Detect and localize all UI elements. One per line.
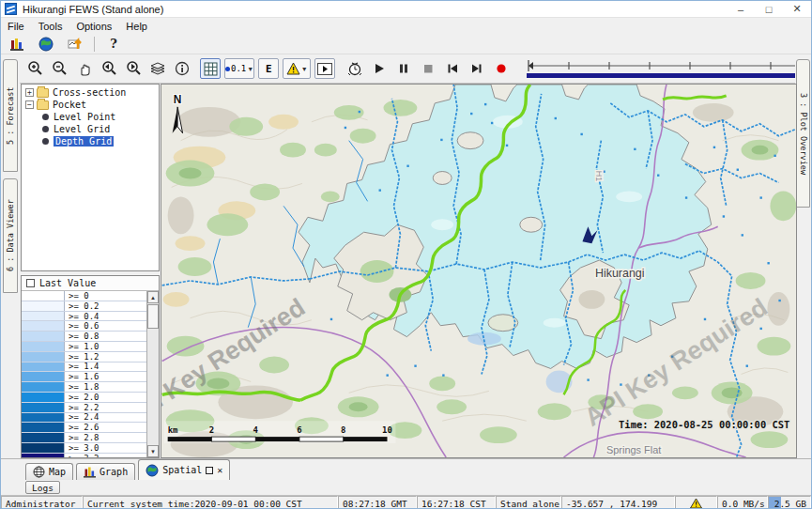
warning-icon[interactable]: ▼ bbox=[283, 58, 311, 79]
grid-icon[interactable] bbox=[200, 58, 221, 79]
info-icon[interactable] bbox=[172, 58, 192, 79]
tree-item[interactable]: Level Point bbox=[22, 111, 159, 123]
tree-item[interactable]: Level Grid bbox=[22, 123, 159, 135]
status-system-time: Current system time:2020-09-01 00:00 CST bbox=[83, 496, 338, 509]
logs-button[interactable]: Logs bbox=[25, 481, 60, 494]
play-icon[interactable] bbox=[369, 58, 390, 79]
spatial-display-icon[interactable] bbox=[65, 34, 85, 54]
record-icon[interactable] bbox=[491, 58, 512, 79]
animation-clock-icon[interactable] bbox=[345, 58, 365, 79]
threshold-dropdown[interactable]: 0.1 ▼ bbox=[224, 58, 254, 79]
legend-color-swatch bbox=[22, 433, 65, 442]
svg-text:10: 10 bbox=[382, 425, 392, 435]
pan-icon[interactable] bbox=[74, 58, 95, 79]
scroll-up-icon[interactable]: ▲ bbox=[147, 291, 159, 303]
zoom-next-icon[interactable] bbox=[123, 58, 144, 79]
legend-color-swatch bbox=[22, 291, 65, 301]
collapse-toggle-icon[interactable]: − bbox=[25, 100, 34, 109]
tree-item[interactable]: −Pocket bbox=[22, 99, 159, 111]
help-icon[interactable]: ? bbox=[103, 34, 124, 54]
legend-row[interactable]: >= 3.0 bbox=[22, 443, 146, 454]
legend-row[interactable]: >= 0.8 bbox=[22, 332, 146, 342]
step-forward-icon[interactable] bbox=[467, 58, 487, 79]
layer-tree: +Cross-section−PocketLevel PointLevel Gr… bbox=[21, 84, 160, 271]
tab-plot-overview[interactable]: 3 : Plot Overview bbox=[796, 59, 810, 208]
point-dot-icon bbox=[225, 67, 230, 71]
map-view[interactable]: API Key Required API Key Required Hikura… bbox=[161, 84, 797, 458]
title-bar: Hikurangi FEWS (Stand alone) – □ ✕ bbox=[1, 1, 811, 18]
legend-color-swatch bbox=[22, 342, 65, 351]
legend-panel: Last Value >= 0>= 0.2>= 0.4>= 0.6>= 0.8>… bbox=[21, 275, 160, 458]
legend-row-label: >= 0.8 bbox=[65, 332, 100, 341]
tree-item-label: Cross-section bbox=[53, 87, 126, 98]
tree-item[interactable]: +Cross-section bbox=[22, 86, 159, 99]
minimize-button[interactable]: – bbox=[727, 1, 755, 17]
menu-options[interactable]: Options bbox=[76, 21, 112, 32]
label-icon[interactable]: E bbox=[258, 58, 279, 79]
charts-icon[interactable] bbox=[7, 34, 27, 54]
stop-icon[interactable] bbox=[418, 58, 438, 79]
tab-forecast[interactable]: 5 : Forecast bbox=[3, 59, 18, 172]
legend-row[interactable]: >= 0.4 bbox=[22, 312, 146, 322]
zoom-in-icon[interactable] bbox=[25, 58, 46, 79]
tab-map[interactable]: Map bbox=[25, 463, 73, 480]
menu-tools[interactable]: Tools bbox=[38, 21, 63, 32]
warning-icon bbox=[690, 498, 702, 509]
legend-row[interactable]: >= 1.6 bbox=[22, 372, 146, 382]
scrollbar-thumb[interactable] bbox=[147, 304, 159, 329]
legend-row[interactable]: >= 1.0 bbox=[22, 342, 146, 352]
legend-row[interactable]: >= 2.8 bbox=[22, 433, 146, 443]
last-value-checkbox[interactable] bbox=[26, 279, 35, 287]
step-back-icon[interactable] bbox=[442, 58, 463, 79]
layers-icon[interactable] bbox=[147, 58, 168, 79]
legend-row[interactable]: >= 0.2 bbox=[22, 301, 146, 312]
legend-row-label: >= 2.0 bbox=[65, 393, 100, 402]
bullet-icon bbox=[42, 114, 49, 120]
pause-icon[interactable] bbox=[393, 58, 414, 79]
legend-row[interactable]: >= 1.8 bbox=[22, 382, 146, 393]
map-canvas[interactable]: API Key Required API Key Required Hikura… bbox=[161, 85, 796, 457]
tab-spatial[interactable]: Spatial ✕ bbox=[138, 459, 230, 480]
maximize-icon[interactable] bbox=[206, 467, 213, 474]
legend-color-swatch bbox=[22, 362, 65, 372]
close-button[interactable]: ✕ bbox=[783, 1, 811, 17]
time-slider[interactable] bbox=[525, 57, 812, 80]
legend-color-swatch bbox=[22, 312, 65, 321]
globe-icon[interactable] bbox=[36, 34, 56, 54]
legend-color-swatch bbox=[22, 332, 65, 341]
legend-color-swatch bbox=[22, 413, 65, 423]
legend-row[interactable]: >= 2.2 bbox=[22, 403, 146, 413]
expand-toggle-icon[interactable]: + bbox=[25, 88, 34, 97]
legend-row[interactable]: >= 2.6 bbox=[22, 423, 146, 433]
menu-file[interactable]: File bbox=[8, 21, 24, 32]
tree-item-label: Depth Grid bbox=[54, 136, 114, 147]
legend-row[interactable]: >= 0.6 bbox=[22, 321, 146, 332]
zoom-previous-icon[interactable] bbox=[99, 58, 119, 79]
time-slider-handle[interactable] bbox=[529, 62, 533, 69]
legend-color-swatch bbox=[22, 454, 65, 457]
legend-row[interactable]: >= 1.4 bbox=[22, 362, 146, 373]
legend-color-swatch bbox=[22, 372, 65, 381]
legend-row[interactable]: >= 2.0 bbox=[22, 393, 146, 403]
legend-scrollbar[interactable]: ▲ ▼ bbox=[146, 291, 159, 457]
svg-text:8: 8 bbox=[341, 425, 345, 435]
tree-item[interactable]: Depth Grid bbox=[22, 135, 159, 147]
road-label: H1 bbox=[594, 171, 604, 181]
tab-graph[interactable]: Graph bbox=[76, 463, 135, 480]
legend-row[interactable]: >= 0 bbox=[22, 291, 146, 301]
map-globe-icon bbox=[33, 466, 45, 478]
menu-help[interactable]: Help bbox=[126, 21, 147, 32]
legend-row-label: >= 2.8 bbox=[65, 433, 100, 442]
scroll-down-icon[interactable]: ▼ bbox=[147, 445, 159, 457]
legend-row[interactable]: >= 3.2 bbox=[22, 454, 146, 457]
status-warning[interactable] bbox=[675, 496, 717, 509]
bullet-icon bbox=[42, 126, 49, 132]
tab-data-viewer[interactable]: 6 : Data Viewer bbox=[3, 178, 18, 293]
legend-color-swatch bbox=[22, 352, 65, 362]
legend-row[interactable]: >= 2.4 bbox=[22, 413, 146, 424]
close-icon[interactable]: ✕ bbox=[217, 465, 222, 475]
maximize-button[interactable]: □ bbox=[755, 1, 783, 17]
legend-row[interactable]: >= 1.2 bbox=[22, 352, 146, 362]
zoom-out-icon[interactable] bbox=[50, 58, 70, 79]
open-display-icon[interactable] bbox=[314, 58, 335, 79]
